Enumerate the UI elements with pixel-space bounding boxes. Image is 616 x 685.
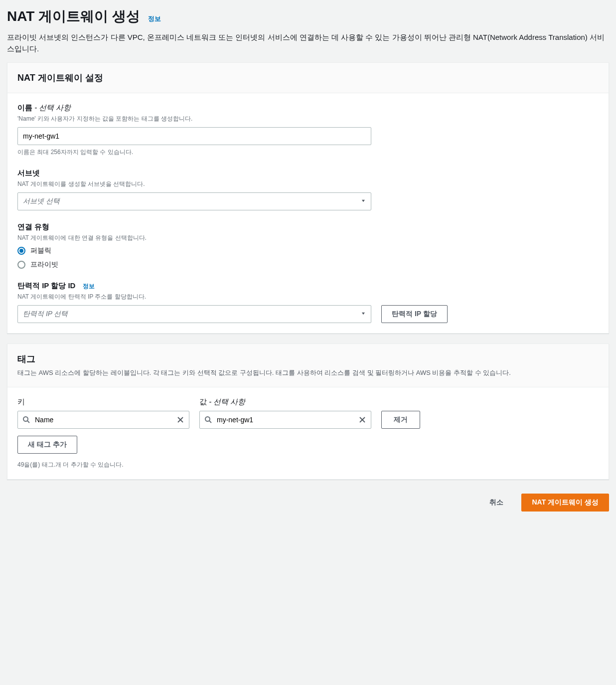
add-tag-button[interactable]: 새 태그 추가 xyxy=(17,436,77,454)
subnet-help: NAT 게이트웨이를 생성할 서브넷을 선택합니다. xyxy=(17,180,599,188)
name-group: 이름 - 선택 사항 'Name' 키와 사용자가 지정하는 값을 포함하는 태… xyxy=(17,103,599,157)
subnet-group: 서브넷 NAT 게이트웨이를 생성할 서브넷을 선택합니다. 서브넷 선택 xyxy=(17,169,599,210)
eip-info-link[interactable]: 정보 xyxy=(83,283,95,290)
eip-select-wrapper: 탄력적 IP 선택 xyxy=(17,305,371,323)
connection-group: 연결 유형 NAT 게이트웨이에 대한 연결 유형을 선택합니다. 퍼블릭 프라… xyxy=(17,222,599,269)
name-optional: - 선택 사항 xyxy=(32,103,71,112)
tags-panel-header: 태그 태그는 AWS 리소스에 할당하는 레이블입니다. 각 태그는 키와 선택… xyxy=(7,344,609,387)
settings-body: 이름 - 선택 사항 'Name' 키와 사용자가 지정하는 값을 포함하는 태… xyxy=(7,93,609,333)
eip-row: 탄력적 IP 선택 탄력적 IP 할당 xyxy=(17,305,599,323)
tags-title: 태그 xyxy=(17,353,599,365)
settings-panel: NAT 게이트웨이 설정 이름 - 선택 사항 'Name' 키와 사용자가 지… xyxy=(7,62,609,334)
page-title: NAT 게이트웨이 생성 xyxy=(7,8,140,24)
radio-private[interactable]: 프라이빗 xyxy=(17,260,599,269)
eip-select[interactable]: 탄력적 IP 선택 xyxy=(17,305,371,323)
eip-help: NAT 게이트웨이에 탄력적 IP 주소를 할당합니다. xyxy=(17,293,599,301)
svg-line-1 xyxy=(27,421,29,423)
tag-key-wrapper xyxy=(17,411,189,429)
tag-value-input[interactable] xyxy=(199,411,371,429)
cancel-button[interactable]: 취소 xyxy=(479,494,513,512)
tag-headers: 키 값 - 선택 사항 xyxy=(17,397,599,407)
connection-help: NAT 게이트웨이에 대한 연결 유형을 선택합니다. xyxy=(17,234,599,242)
name-hint: 이름은 최대 256자까지 입력할 수 있습니다. xyxy=(17,148,599,157)
subnet-select[interactable]: 서브넷 선택 xyxy=(17,192,371,210)
name-help: 'Name' 키와 사용자가 지정하는 값을 포함하는 태그를 생성합니다. xyxy=(17,115,599,123)
close-icon[interactable] xyxy=(358,416,366,424)
name-label: 이름 - 선택 사항 xyxy=(17,103,599,113)
tags-remaining: 49을(를) 태그.개 더 추가할 수 있습니다. xyxy=(17,461,599,469)
search-icon xyxy=(22,416,30,424)
settings-title: NAT 게이트웨이 설정 xyxy=(17,72,599,84)
name-input[interactable] xyxy=(17,127,371,145)
search-icon xyxy=(204,416,212,424)
remove-tag-button[interactable]: 제거 xyxy=(381,411,420,429)
create-button[interactable]: NAT 게이트웨이 생성 xyxy=(521,494,609,512)
eip-label-text: 탄력적 IP 할당 ID xyxy=(17,281,75,290)
page-description: 프라이빗 서브넷의 인스턴스가 다른 VPC, 온프레미스 네트워크 또는 인터… xyxy=(7,32,609,54)
eip-label: 탄력적 IP 할당 ID 정보 xyxy=(17,281,599,291)
svg-point-0 xyxy=(23,417,28,421)
tags-panel: 태그 태그는 AWS 리소스에 할당하는 레이블입니다. 각 태그는 키와 선택… xyxy=(7,343,609,480)
tag-key-input[interactable] xyxy=(17,411,189,429)
action-bar: 취소 NAT 게이트웨이 생성 xyxy=(7,490,609,515)
page-header: NAT 게이트웨이 생성 정보 프라이빗 서브넷의 인스턴스가 다른 VPC, … xyxy=(7,7,609,54)
info-link[interactable]: 정보 xyxy=(148,15,161,22)
subnet-label: 서브넷 xyxy=(17,169,599,178)
radio-public-label: 퍼블릭 xyxy=(30,246,51,255)
tag-value-header: 값 - 선택 사항 xyxy=(199,397,371,407)
tags-body: 키 값 - 선택 사항 제거 새 태그 추가 49을(를) 태그.개 더 추가할… xyxy=(7,387,609,479)
tag-value-header-text: 값 xyxy=(199,397,207,406)
radio-public[interactable]: 퍼블릭 xyxy=(17,246,599,255)
close-icon[interactable] xyxy=(176,416,184,424)
subnet-select-wrapper: 서브넷 선택 xyxy=(17,192,371,210)
radio-private-label: 프라이빗 xyxy=(30,260,58,269)
radio-icon-unchecked xyxy=(17,261,25,269)
tag-key-header: 키 xyxy=(17,397,189,407)
tag-value-wrapper xyxy=(199,411,371,429)
svg-point-4 xyxy=(205,417,210,421)
settings-panel-header: NAT 게이트웨이 설정 xyxy=(7,63,609,93)
svg-line-5 xyxy=(209,421,211,423)
tags-description: 태그는 AWS 리소스에 할당하는 레이블입니다. 각 태그는 키와 선택적 값… xyxy=(17,368,599,378)
tag-value-optional: - 선택 사항 xyxy=(207,397,246,406)
eip-group: 탄력적 IP 할당 ID 정보 NAT 게이트웨이에 탄력적 IP 주소를 할당… xyxy=(17,281,599,323)
allocate-eip-button[interactable]: 탄력적 IP 할당 xyxy=(381,305,448,323)
name-label-text: 이름 xyxy=(17,103,32,112)
connection-radio-group: 퍼블릭 프라이빗 xyxy=(17,246,599,269)
connection-label: 연결 유형 xyxy=(17,222,599,232)
tag-row: 제거 xyxy=(17,411,599,429)
radio-icon-checked xyxy=(17,247,25,255)
